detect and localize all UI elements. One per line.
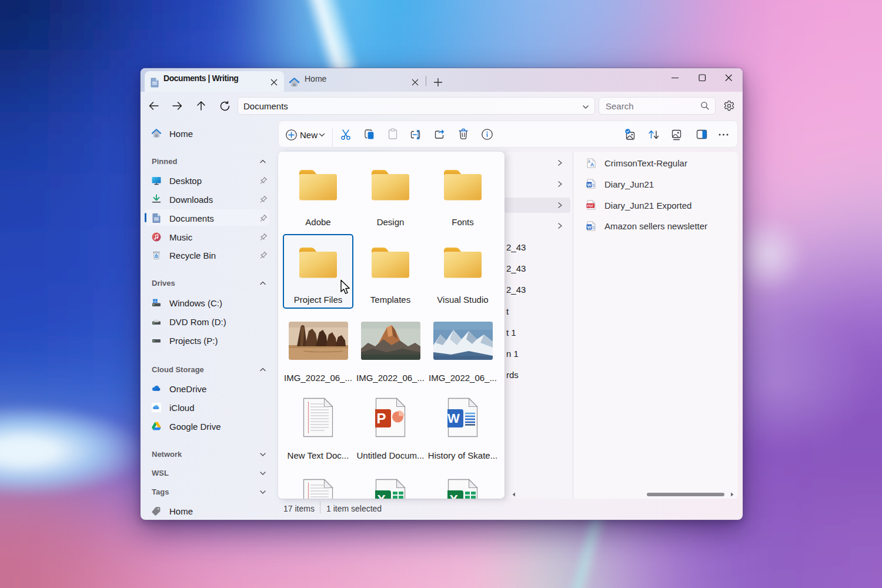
svg-text:PDF: PDF [587,204,594,208]
svg-text:A: A [590,161,594,167]
svg-text:X: X [377,492,386,499]
svg-text:W: W [447,411,460,426]
svg-text:P: P [376,410,386,426]
svg-text:W: W [587,182,592,188]
svg-text:X: X [449,492,458,499]
svg-text:W: W [587,224,592,229]
